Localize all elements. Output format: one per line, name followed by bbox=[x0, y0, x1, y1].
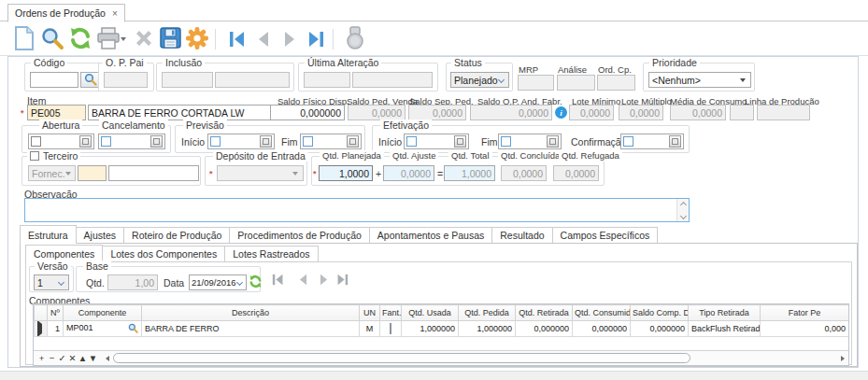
cancelamento-checkbox[interactable] bbox=[101, 136, 111, 147]
status-combo[interactable]: Planejado bbox=[450, 72, 509, 88]
observacao-textarea[interactable] bbox=[24, 198, 690, 222]
row-nav-previous-button[interactable] bbox=[295, 272, 311, 289]
hscrollbar-track[interactable] bbox=[113, 353, 837, 364]
abertura-checkbox[interactable] bbox=[31, 136, 41, 147]
previsao-inicio-checkbox[interactable] bbox=[210, 136, 221, 147]
tab-estrutura[interactable]: Estrutura bbox=[20, 225, 77, 244]
previsao-fim-checkbox[interactable] bbox=[303, 136, 313, 147]
item-code-input[interactable]: PE005 bbox=[27, 105, 86, 120]
row-nav-first-button[interactable] bbox=[270, 272, 286, 289]
refresh-button[interactable] bbox=[67, 26, 92, 51]
fant-checkbox[interactable] bbox=[390, 323, 391, 334]
tab-campos-especificos[interactable]: Campos Específicos bbox=[552, 227, 659, 244]
previsao-inicio-date-field[interactable] bbox=[207, 134, 275, 149]
tab-ajustes[interactable]: Ajustes bbox=[76, 227, 124, 244]
new-button[interactable] bbox=[11, 26, 36, 51]
hscrollbar-thumb[interactable] bbox=[113, 353, 690, 363]
terceiro-checkbox[interactable] bbox=[30, 151, 39, 161]
info-icon[interactable]: i bbox=[555, 106, 567, 119]
col-un[interactable]: UN bbox=[360, 305, 380, 321]
confirmacao-date-field[interactable] bbox=[620, 134, 684, 149]
base-refresh-button[interactable] bbox=[249, 274, 263, 290]
cell-tipo-retirada[interactable]: BackFlush Retirada bbox=[689, 321, 761, 337]
nav-first-button[interactable] bbox=[224, 26, 249, 51]
col-qtd-retirada[interactable]: Qtd. Retirada bbox=[516, 305, 573, 321]
search-button[interactable] bbox=[39, 26, 64, 51]
col-saldo-comp-disp[interactable]: Saldo Comp. Disp. bbox=[631, 305, 689, 321]
cell-saldo-comp-disp[interactable]: 0,000000 bbox=[631, 321, 689, 337]
observacao-scrollbar[interactable] bbox=[676, 199, 689, 221]
col-n[interactable]: Nº bbox=[48, 305, 64, 321]
confirmacao-checkbox[interactable] bbox=[623, 136, 633, 147]
cell-fator-pe[interactable]: 0,000 bbox=[761, 321, 849, 337]
tab-roteiro-de-producao[interactable]: Roteiro de Produção bbox=[123, 227, 230, 244]
efetivacao-inicio-checkbox[interactable] bbox=[406, 136, 417, 147]
tab-ordens-de-producao[interactable]: Ordens de Produção × bbox=[7, 4, 125, 22]
col-fator-pe[interactable]: Fator Pe bbox=[761, 305, 849, 321]
cell-un[interactable]: M bbox=[360, 321, 380, 337]
qtd-planejada-input[interactable]: 1,0000 bbox=[319, 165, 373, 181]
col-componente[interactable]: Componente bbox=[64, 305, 142, 321]
tab-procedimentos-de-producao[interactable]: Procedimentos de Produção bbox=[229, 227, 370, 244]
prioridade-combo[interactable]: <Nenhum> bbox=[648, 72, 751, 88]
magnifier-icon[interactable] bbox=[128, 323, 138, 335]
move-down-button[interactable]: ▼ bbox=[88, 353, 98, 363]
col-qtd-consumida[interactable]: Qtd. Consumida bbox=[573, 305, 631, 321]
table-row[interactable]: 1 MP001 BARRA DE FERRO M 1,000000 1,0000… bbox=[35, 321, 849, 337]
versao-combo[interactable]: 1 bbox=[34, 274, 69, 290]
calendar-picker-button[interactable] bbox=[150, 135, 163, 148]
previsao-fim-date-field[interactable] bbox=[300, 134, 362, 149]
fornecedor-name-field[interactable] bbox=[108, 165, 199, 181]
nav-next-button[interactable] bbox=[277, 26, 302, 51]
calendar-picker-button[interactable] bbox=[547, 135, 559, 148]
saldo-fisico-field[interactable]: 0,000000 bbox=[270, 105, 345, 120]
nav-previous-button[interactable] bbox=[250, 26, 276, 51]
item-description-field[interactable]: BARRA DE FERRO CORTADA LW bbox=[88, 105, 286, 120]
efetivacao-fim-date-field[interactable] bbox=[498, 134, 562, 149]
move-up-button[interactable]: ▲ bbox=[78, 353, 88, 363]
cancelamento-date-field[interactable] bbox=[98, 134, 165, 149]
cell-qtd-consumida[interactable]: 0,000000 bbox=[573, 321, 631, 337]
settings-button[interactable] bbox=[184, 26, 209, 51]
codigo-input[interactable] bbox=[30, 72, 78, 88]
print-dropdown-button[interactable] bbox=[119, 26, 128, 51]
col-descricao[interactable]: Descrição bbox=[142, 305, 360, 321]
tab-resultado[interactable]: Resultado bbox=[491, 227, 552, 244]
calendar-picker-button[interactable] bbox=[347, 135, 359, 148]
tab-apontamentos-e-pausas[interactable]: Apontamentos e Pausas bbox=[369, 227, 492, 244]
col-qtd-pedida[interactable]: Qtd. Pedida bbox=[459, 305, 516, 321]
row-nav-next-button[interactable] bbox=[316, 272, 332, 289]
hscroll-left-arrow[interactable] bbox=[106, 356, 109, 361]
save-button[interactable] bbox=[158, 26, 183, 51]
cell-qtd-retirada[interactable]: 0,000000 bbox=[516, 321, 573, 337]
calendar-picker-button[interactable] bbox=[260, 135, 272, 148]
tab-close-icon[interactable]: × bbox=[112, 8, 118, 19]
base-data-combo[interactable]: 21/09/2016 bbox=[189, 274, 247, 290]
stamp-button[interactable] bbox=[342, 26, 367, 51]
hscroll-right-arrow[interactable] bbox=[841, 356, 845, 361]
calendar-picker-button[interactable] bbox=[669, 135, 681, 148]
cell-n[interactable]: 1 bbox=[48, 321, 64, 337]
calendar-picker-button[interactable] bbox=[79, 135, 92, 148]
subtab-lotes-rastreados[interactable]: Lotes Rastreados bbox=[224, 246, 318, 262]
col-tipo-retirada[interactable]: Tipo Retirada bbox=[689, 305, 761, 321]
print-button[interactable] bbox=[95, 26, 121, 51]
cell-descricao[interactable]: BARRA DE FERRO bbox=[142, 321, 360, 337]
confirm-row-button[interactable]: ✓ bbox=[57, 353, 67, 363]
codigo-search-button[interactable] bbox=[80, 72, 100, 88]
row-nav-last-button[interactable] bbox=[334, 272, 350, 289]
cell-fant[interactable] bbox=[380, 321, 402, 337]
col-qtd-usada[interactable]: Qtd. Usada bbox=[402, 305, 459, 321]
calendar-picker-button[interactable] bbox=[454, 135, 466, 148]
delete-row-button[interactable]: − bbox=[47, 353, 57, 363]
cell-componente[interactable]: MP001 bbox=[64, 321, 142, 337]
cell-qtd-pedida[interactable]: 1,000000 bbox=[459, 321, 516, 337]
col-fant[interactable]: Fant. bbox=[380, 305, 402, 321]
delete-button[interactable] bbox=[131, 26, 156, 51]
nav-last-button[interactable] bbox=[303, 26, 328, 51]
add-row-button[interactable]: + bbox=[36, 353, 47, 363]
efetivacao-inicio-date-field[interactable] bbox=[404, 134, 469, 149]
subtab-lotes-dos-componentes[interactable]: Lotes dos Componentes bbox=[102, 246, 225, 262]
cancel-row-button[interactable]: ✕ bbox=[67, 353, 78, 363]
row-selector-cell[interactable] bbox=[35, 321, 48, 337]
